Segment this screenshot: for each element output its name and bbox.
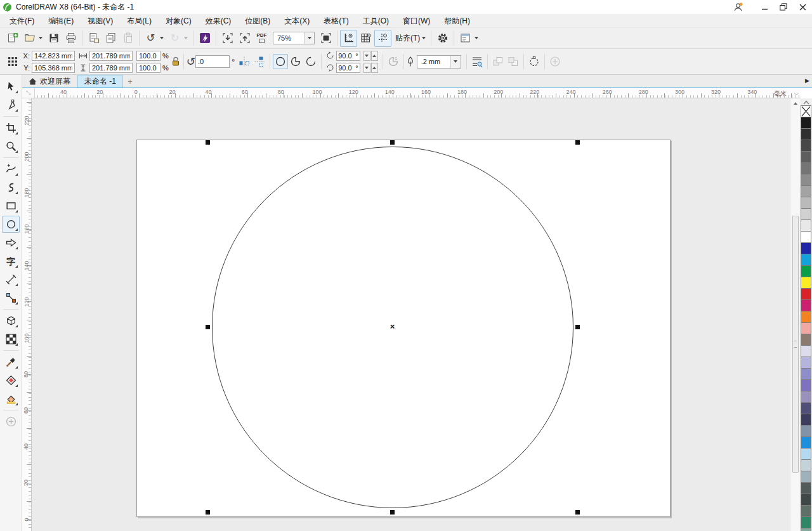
- extrude-tool[interactable]: [2, 312, 20, 329]
- convert-to-curves-button[interactable]: [527, 54, 542, 69]
- color-swatch[interactable]: [801, 299, 811, 311]
- dimension-tool[interactable]: [2, 271, 20, 288]
- color-swatch[interactable]: [801, 436, 811, 449]
- color-swatch[interactable]: [801, 322, 811, 334]
- ruler-origin-corner[interactable]: ⤡: [22, 88, 35, 98]
- color-swatch[interactable]: [801, 368, 811, 380]
- quick-customize-button[interactable]: [547, 54, 563, 69]
- zoom-level-dropdown[interactable]: [304, 32, 314, 44]
- application-launcher-dropdown[interactable]: [475, 37, 478, 39]
- color-swatch[interactable]: [801, 254, 811, 266]
- color-swatch[interactable]: [801, 231, 811, 243]
- vertical-ruler[interactable]: 220200180160140120100806040200: [22, 98, 32, 531]
- color-swatch[interactable]: [801, 151, 811, 163]
- tab-document-1[interactable]: 未命名 -1: [77, 75, 123, 88]
- start-angle-increase-button[interactable]: [371, 51, 378, 61]
- color-swatch[interactable]: [801, 117, 811, 129]
- color-swatch[interactable]: [801, 471, 811, 483]
- transparency-tool[interactable]: [2, 331, 20, 348]
- options-button[interactable]: [434, 30, 451, 47]
- minimize-button[interactable]: [755, 0, 774, 14]
- color-swatch[interactable]: [801, 277, 811, 289]
- zoom-level-combo[interactable]: 75%: [273, 32, 315, 44]
- crop-tool[interactable]: [2, 119, 20, 136]
- color-swatch[interactable]: [801, 197, 811, 209]
- new-document-button[interactable]: [4, 30, 21, 47]
- menu-item[interactable]: 帮助(H): [437, 14, 477, 28]
- color-swatch[interactable]: [801, 185, 811, 197]
- menu-item[interactable]: 文本(X): [277, 14, 317, 28]
- canvas-area[interactable]: ×: [32, 98, 790, 531]
- color-swatch[interactable]: [801, 414, 811, 426]
- color-swatch[interactable]: [801, 128, 811, 140]
- more-tools[interactable]: [2, 413, 20, 430]
- color-swatch[interactable]: [801, 140, 811, 152]
- selection-handle[interactable]: [390, 140, 395, 145]
- color-swatch[interactable]: [801, 174, 811, 186]
- color-swatch[interactable]: [801, 482, 811, 494]
- change-direction-button[interactable]: [386, 54, 401, 69]
- selection-handle[interactable]: [206, 325, 210, 329]
- menu-item[interactable]: 编辑(E): [41, 14, 81, 28]
- object-center-marker[interactable]: ×: [387, 321, 398, 332]
- text-tool[interactable]: 字: [2, 252, 20, 270]
- color-swatch[interactable]: [801, 425, 811, 437]
- interactive-fill-tool[interactable]: [2, 372, 20, 389]
- application-launcher-button[interactable]: [457, 30, 474, 47]
- color-swatch[interactable]: [801, 494, 811, 506]
- paste-button[interactable]: [119, 30, 136, 47]
- menu-item[interactable]: 表格(T): [317, 14, 355, 28]
- freehand-tool[interactable]: [2, 161, 20, 178]
- selection-handle[interactable]: [575, 140, 580, 145]
- menu-item[interactable]: 视图(V): [81, 14, 120, 28]
- ellipse-tool[interactable]: [2, 216, 20, 233]
- open-button[interactable]: [21, 30, 38, 47]
- x-position-input[interactable]: [32, 51, 75, 61]
- ellipse-mode-button[interactable]: [273, 54, 288, 69]
- color-swatch[interactable]: [801, 162, 811, 174]
- shape-tool[interactable]: [2, 96, 20, 114]
- undo-button[interactable]: ↺: [142, 30, 159, 47]
- mirror-horizontal-button[interactable]: [237, 54, 252, 69]
- horizontal-ruler[interactable]: 毫米 ⌵ 40200204060801001201401601802002202…: [35, 88, 801, 98]
- color-swatch[interactable]: [801, 311, 811, 323]
- scroll-up-button[interactable]: [792, 100, 799, 107]
- outline-width-combo[interactable]: .2 mm: [417, 55, 461, 69]
- end-angle-increase-button[interactable]: [371, 63, 378, 73]
- snap-to-label[interactable]: 贴齐(T): [391, 33, 421, 44]
- account-icon[interactable]: [730, 1, 746, 13]
- undo-dropdown[interactable]: [160, 37, 164, 39]
- color-swatch[interactable]: [801, 379, 811, 391]
- menu-item[interactable]: 布局(L): [120, 14, 159, 28]
- menu-item[interactable]: 窗口(W): [396, 14, 437, 28]
- to-front-button[interactable]: [490, 54, 506, 69]
- end-angle-decrease-button[interactable]: [363, 63, 370, 73]
- wrap-text-button[interactable]: [469, 54, 485, 69]
- show-guidelines-button[interactable]: [374, 30, 391, 47]
- color-swatch[interactable]: [801, 459, 811, 471]
- cut-button[interactable]: [85, 30, 102, 47]
- color-swatch[interactable]: [801, 391, 811, 403]
- color-swatch[interactable]: [801, 448, 811, 460]
- to-back-button[interactable]: [506, 54, 521, 69]
- scale-vertical-input[interactable]: [136, 63, 160, 73]
- mirror-vertical-button[interactable]: [252, 54, 267, 69]
- arc-mode-button[interactable]: [303, 54, 318, 69]
- color-swatch[interactable]: [801, 516, 811, 528]
- color-swatch[interactable]: [801, 402, 811, 414]
- import-button[interactable]: [219, 30, 236, 47]
- color-swatch[interactable]: [801, 505, 811, 517]
- artistic-media-tool[interactable]: [2, 179, 20, 196]
- scrollbar-thumb[interactable]: [792, 216, 799, 473]
- pie-mode-button[interactable]: [288, 54, 303, 69]
- color-swatch[interactable]: [801, 220, 811, 232]
- selection-handle[interactable]: [206, 140, 210, 145]
- selection-handle[interactable]: [206, 510, 210, 515]
- menu-item[interactable]: 对象(C): [159, 14, 199, 28]
- new-tab-button[interactable]: +: [123, 75, 137, 88]
- color-swatch[interactable]: [801, 334, 811, 346]
- redo-button[interactable]: ↻: [166, 30, 183, 47]
- selection-handle[interactable]: [575, 325, 580, 329]
- tab-scroll-right-icon[interactable]: ▶: [805, 77, 809, 84]
- copy-button[interactable]: [102, 30, 119, 47]
